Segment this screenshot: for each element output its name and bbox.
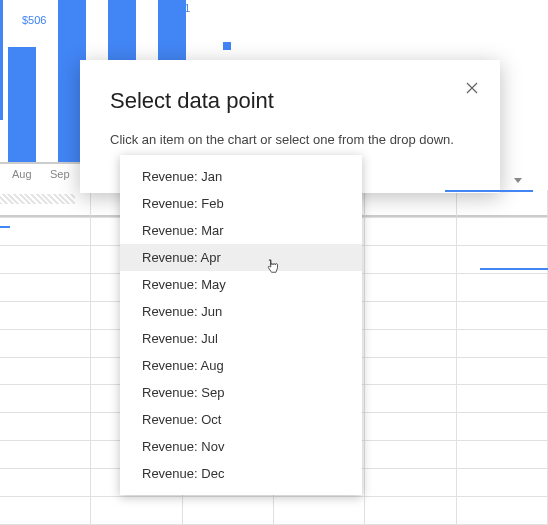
dropdown-item-aug[interactable]: Revenue: Aug [120,352,362,379]
dropdown-item-sep[interactable]: Revenue: Sep [120,379,362,406]
pointer-cursor-icon [264,258,282,276]
selected-point-marker[interactable] [223,42,231,50]
dropdown-item-dec[interactable]: Revenue: Dec [120,460,362,487]
dropdown-item-oct[interactable]: Revenue: Oct [120,406,362,433]
close-icon [462,78,482,98]
dropdown-item-jun[interactable]: Revenue: Jun [120,298,362,325]
dropdown-item-jul[interactable]: Revenue: Jul [120,325,362,352]
data-label: $506 [22,14,46,26]
dropdown-item-may[interactable]: Revenue: May [120,271,362,298]
bar[interactable] [0,0,3,120]
dropdown-item-feb[interactable]: Revenue: Feb [120,190,362,217]
dropdown-item-apr[interactable]: Revenue: Apr [120,244,362,271]
dialog-title: Select data point [110,88,470,114]
dropdown-underline [445,190,533,192]
data-point-dropdown[interactable]: Revenue: Jan Revenue: Feb Revenue: Mar R… [120,155,362,495]
dialog-description: Click an item on the chart or select one… [110,132,470,147]
dropdown-item-mar[interactable]: Revenue: Mar [120,217,362,244]
sparkline-segment [480,268,548,270]
close-button[interactable] [462,78,482,98]
dropdown-item-jan[interactable]: Revenue: Jan [120,163,362,190]
axis-tick-label: Sep [50,168,70,180]
sparkline-segment [0,226,10,228]
chevron-down-icon[interactable] [514,178,522,183]
chart-resize-handle[interactable] [0,194,75,204]
axis-tick-label: Aug [12,168,32,180]
bar[interactable] [8,47,36,162]
dropdown-item-nov[interactable]: Revenue: Nov [120,433,362,460]
